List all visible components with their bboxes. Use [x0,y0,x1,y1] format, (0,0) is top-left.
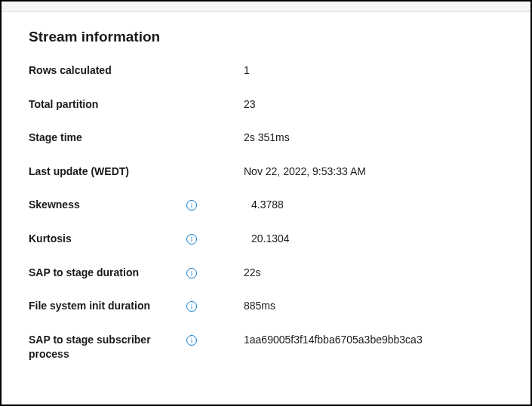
row-fs-init-duration: File system init duration i 885ms [29,299,503,314]
label-wrap: Stage time [29,131,206,146]
label-wrap: SAP to stage subscriber process i [29,333,206,362]
value-sap-stage-duration: 22s [206,266,503,278]
row-total-partition: Total partition 23 [29,97,503,112]
label-wrap: Last update (WEDT) [29,165,206,180]
section-title: Stream information [29,29,503,45]
label-wrap: Skewness i [29,198,206,213]
label-kurtosis: Kurtosis [29,232,72,247]
label-total-partition: Total partition [29,97,98,112]
top-divider-bar [2,2,530,12]
value-kurtosis: 20.1304 [206,232,503,245]
value-total-partition: 23 [206,97,503,110]
row-sap-stage-duration: SAP to stage duration i 22s [29,266,503,281]
row-rows-calculated: Rows calculated 1 [29,63,503,78]
value-fs-init-duration: 885ms [206,299,503,312]
info-icon[interactable]: i [186,200,197,211]
value-sap-subscriber: 1aa69005f3f14fbba6705a3be9bb3ca3 [206,333,503,346]
label-wrap: Rows calculated [29,63,206,78]
label-last-update: Last update (WEDT) [29,165,129,180]
info-icon[interactable]: i [186,335,197,346]
label-fs-init-duration: File system init duration [29,299,150,314]
info-icon[interactable]: i [186,301,197,312]
label-sap-stage-duration: SAP to stage duration [29,266,139,281]
label-skewness: Skewness [29,198,80,213]
label-rows-calculated: Rows calculated [29,63,112,78]
stream-info-panel: Stream information Rows calculated 1 Tot… [2,12,530,377]
value-last-update: Nov 22, 2022, 9:53:33 AM [206,165,503,177]
row-kurtosis: Kurtosis i 20.1304 [29,232,503,247]
label-stage-time: Stage time [29,131,82,146]
label-sap-subscriber: SAP to stage subscriber process [29,333,165,362]
info-icon[interactable]: i [186,234,197,245]
value-rows-calculated: 1 [206,63,503,76]
info-icon[interactable]: i [186,268,197,278]
row-sap-subscriber: SAP to stage subscriber process i 1aa690… [29,333,503,362]
label-wrap: Kurtosis i [29,232,206,247]
row-skewness: Skewness i 4.3788 [29,198,503,213]
label-wrap: SAP to stage duration i [29,266,206,281]
row-last-update: Last update (WEDT) Nov 22, 2022, 9:53:33… [29,165,503,180]
value-stage-time: 2s 351ms [206,131,503,143]
label-wrap: File system init duration i [29,299,206,314]
value-skewness: 4.3788 [206,198,503,211]
row-stage-time: Stage time 2s 351ms [29,131,503,146]
label-wrap: Total partition [29,97,206,112]
